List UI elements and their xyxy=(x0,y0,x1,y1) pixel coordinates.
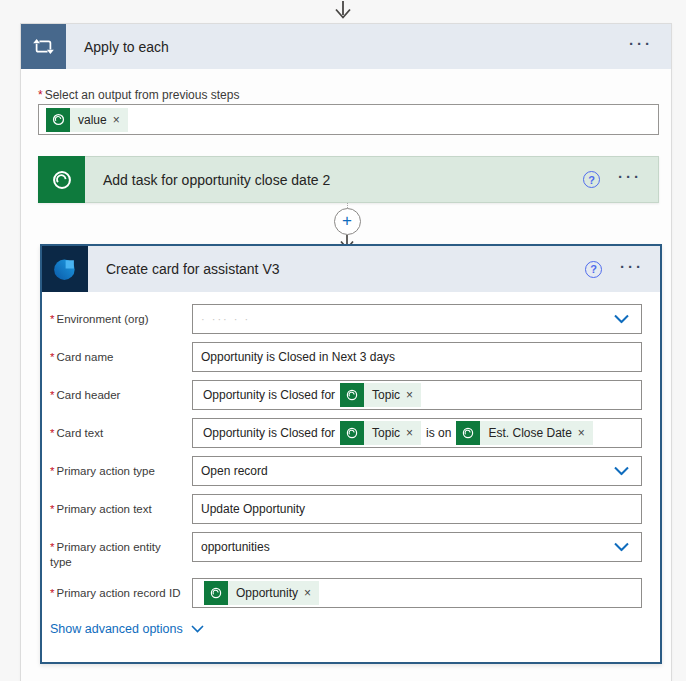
primary-action-record-id-input[interactable]: Opportunity × xyxy=(192,578,642,608)
est-close-date-token[interactable]: Est. Close Date × xyxy=(456,421,592,445)
card-header-text: Opportunity is Closed for xyxy=(203,388,335,402)
environment-value: · ··· · · xyxy=(201,313,250,325)
create-card-title-bar: Create card for assistant V3 ? ··· xyxy=(88,246,660,292)
dataverse-icon xyxy=(38,156,85,203)
environment-label: *Environment (org) xyxy=(50,304,192,327)
value-token[interactable]: value × xyxy=(46,108,128,132)
opportunity-token[interactable]: Opportunity × xyxy=(204,581,319,605)
card-text-label-text: Card text xyxy=(56,427,103,439)
primary-action-entity-type-dropdown[interactable]: opportunities xyxy=(192,532,642,562)
apply-to-each-loop-icon xyxy=(21,24,66,69)
required-asterisk: * xyxy=(50,313,54,325)
create-card-action-card: Create card for assistant V3 ? ··· *Envi… xyxy=(40,244,662,664)
flow-designer-canvas: Apply to each ··· *Select an output from… xyxy=(0,0,686,681)
topic-token[interactable]: Topic × xyxy=(340,383,421,407)
token-label: Opportunity xyxy=(236,586,298,600)
create-card-header-actions: ? ··· xyxy=(585,257,646,282)
card-name-input[interactable]: Opportunity is Closed in Next 3 days xyxy=(192,342,642,372)
add-task-header-actions: ? ··· xyxy=(583,167,644,192)
remove-token-icon[interactable]: × xyxy=(113,113,120,127)
add-task-menu-button[interactable]: ··· xyxy=(616,167,644,192)
primary-action-text-label-text: Primary action text xyxy=(56,503,151,515)
insert-step-button[interactable]: + xyxy=(334,208,361,235)
add-task-title-bar: Add task for opportunity close date 2 ? … xyxy=(85,156,659,203)
chevron-down-icon xyxy=(614,315,629,324)
primary-action-text-label: *Primary action text xyxy=(50,494,192,517)
field-row-primary-action-record-id: *Primary action record ID Opport xyxy=(50,578,642,608)
token-label: value xyxy=(78,113,107,127)
primary-action-text-value: Update Opportunity xyxy=(201,502,305,516)
primary-action-record-id-label-text: Primary action record ID xyxy=(56,587,180,599)
primary-action-entity-type-value: opportunities xyxy=(201,540,270,554)
primary-action-entity-type-label-text: Primary action entity type xyxy=(50,541,161,568)
card-header-label: *Card header xyxy=(50,380,192,403)
card-text-input[interactable]: Opportunity is Closed for Topic × xyxy=(192,418,642,448)
dataverse-icon xyxy=(340,383,364,407)
field-row-primary-action-text: *Primary action text Update Opportunity xyxy=(50,494,642,524)
token-label: Topic xyxy=(372,426,400,440)
apply-to-each-menu-button[interactable]: ··· xyxy=(627,34,655,59)
chevron-down-icon xyxy=(614,467,629,476)
primary-action-record-id-label: *Primary action record ID xyxy=(50,578,192,601)
dataverse-icon xyxy=(340,421,364,445)
field-row-card-name: *Card name Opportunity is Closed in Next… xyxy=(50,342,642,372)
card-text-middle: is on xyxy=(426,426,451,440)
card-text-before: Opportunity is Closed for xyxy=(203,426,335,440)
token-label: Est. Close Date xyxy=(488,426,571,440)
apply-to-each-scope: Apply to each ··· *Select an output from… xyxy=(20,23,672,681)
chevron-down-icon xyxy=(614,543,629,552)
help-icon[interactable]: ? xyxy=(583,171,600,188)
required-asterisk: * xyxy=(50,351,54,363)
remove-token-icon[interactable]: × xyxy=(406,426,413,440)
required-asterisk: * xyxy=(50,541,54,553)
primary-action-type-value: Open record xyxy=(201,464,268,478)
create-card-form: *Environment (org) · ··· · · *Card name xyxy=(42,292,660,608)
token-label: Topic xyxy=(372,388,400,402)
card-text-label: *Card text xyxy=(50,418,192,441)
chevron-down-icon xyxy=(191,625,204,633)
field-row-card-text: *Card text Opportunity is Closed for xyxy=(50,418,642,448)
card-name-label: *Card name xyxy=(50,342,192,365)
required-asterisk: * xyxy=(50,587,54,599)
token-body: Topic × xyxy=(364,421,421,445)
required-asterisk: * xyxy=(38,88,43,102)
required-asterisk: * xyxy=(50,465,54,477)
show-advanced-options-link[interactable]: Show advanced options xyxy=(50,622,204,652)
field-row-primary-action-type: *Primary action type Open record xyxy=(50,456,642,486)
topic-token[interactable]: Topic × xyxy=(340,421,421,445)
environment-label-text: Environment (org) xyxy=(56,313,148,325)
select-output-input[interactable]: value × xyxy=(38,104,659,135)
field-row-environment: *Environment (org) · ··· · · xyxy=(50,304,642,334)
assistant-icon xyxy=(42,246,88,292)
required-asterisk: * xyxy=(50,427,54,439)
dataverse-icon xyxy=(456,421,480,445)
remove-token-icon[interactable]: × xyxy=(406,388,413,402)
create-card-title: Create card for assistant V3 xyxy=(106,261,585,277)
connector-arrow-down-icon xyxy=(332,1,354,21)
primary-action-text-input[interactable]: Update Opportunity xyxy=(192,494,642,524)
environment-dropdown[interactable]: · ··· · · xyxy=(192,304,642,334)
dataverse-icon xyxy=(46,108,70,132)
help-icon[interactable]: ? xyxy=(585,261,602,278)
show-advanced-options-label: Show advanced options xyxy=(50,622,183,636)
apply-to-each-title: Apply to each xyxy=(84,39,627,55)
create-card-header[interactable]: Create card for assistant V3 ? ··· xyxy=(42,246,660,292)
create-card-menu-button[interactable]: ··· xyxy=(618,257,646,282)
add-task-title: Add task for opportunity close date 2 xyxy=(103,172,583,188)
remove-token-icon[interactable]: × xyxy=(578,426,585,440)
apply-to-each-title-bar: Apply to each ··· xyxy=(66,24,671,69)
primary-action-type-label-text: Primary action type xyxy=(56,465,154,477)
add-task-action-card[interactable]: Add task for opportunity close date 2 ? … xyxy=(38,156,659,203)
primary-action-entity-type-label: *Primary action entity type xyxy=(50,532,192,570)
token-body: Topic × xyxy=(364,383,421,407)
primary-action-type-label: *Primary action type xyxy=(50,456,192,479)
token-body: Opportunity × xyxy=(228,581,319,605)
remove-token-icon[interactable]: × xyxy=(304,586,311,600)
apply-to-each-header[interactable]: Apply to each ··· xyxy=(21,24,671,69)
select-output-label-text: Select an output from previous steps xyxy=(45,88,240,102)
card-name-label-text: Card name xyxy=(56,351,113,363)
card-header-label-text: Card header xyxy=(56,389,120,401)
select-output-label: *Select an output from previous steps xyxy=(38,88,239,102)
primary-action-type-dropdown[interactable]: Open record xyxy=(192,456,642,486)
card-header-input[interactable]: Opportunity is Closed for Topic × xyxy=(192,380,642,410)
